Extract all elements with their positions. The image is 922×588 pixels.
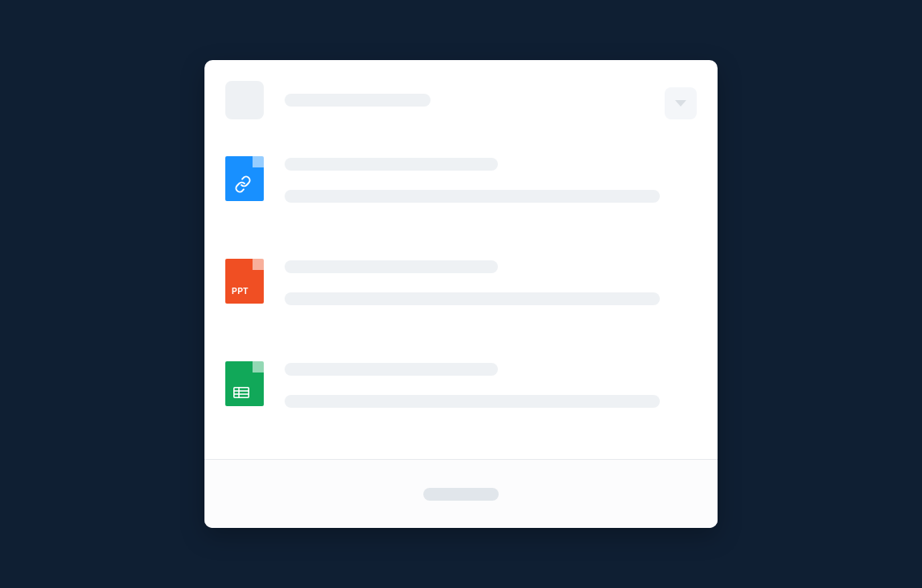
item-subtitle (285, 395, 660, 408)
item-title (285, 158, 498, 171)
link-file-icon (225, 156, 264, 201)
file-badge: PPT (232, 287, 249, 296)
file-list-card: PPT (204, 60, 718, 528)
spreadsheet-file-icon (225, 361, 264, 406)
table-icon (233, 387, 249, 398)
page-fold-icon (253, 259, 264, 270)
chain-link-icon (234, 175, 252, 193)
item-title (285, 260, 498, 273)
footer-action[interactable] (423, 488, 499, 501)
list-item[interactable] (225, 361, 697, 408)
item-text (285, 361, 697, 408)
item-text (285, 156, 697, 203)
ppt-file-icon: PPT (225, 259, 264, 304)
header-avatar (225, 81, 264, 119)
page-fold-icon (253, 361, 264, 373)
item-subtitle (285, 292, 660, 305)
card-footer (204, 459, 718, 528)
item-title (285, 363, 498, 376)
header-dropdown[interactable] (665, 87, 697, 119)
header-title (285, 94, 431, 107)
page-fold-icon (253, 156, 264, 167)
header-row (225, 81, 697, 119)
card-body: PPT (204, 60, 718, 459)
list-item[interactable] (225, 156, 697, 203)
svg-rect-0 (234, 388, 249, 397)
item-subtitle (285, 190, 660, 203)
chevron-down-icon (675, 100, 686, 107)
list-item[interactable]: PPT (225, 259, 697, 305)
item-text (285, 259, 697, 305)
